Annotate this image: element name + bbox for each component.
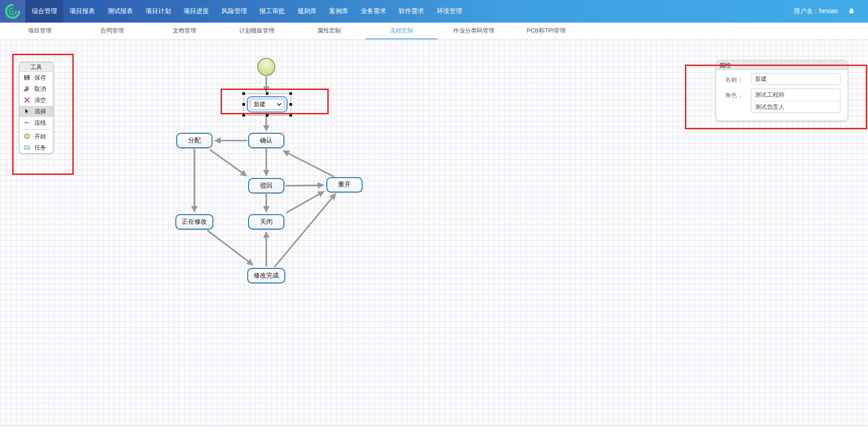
properties-panel: 属性 名称： 角色： 测试工程师 测试负责人 [716, 60, 848, 121]
workflow-edge [208, 230, 253, 265]
node-label: 驳回 [260, 182, 273, 190]
workflow-node[interactable]: 确认 [248, 133, 284, 148]
workflow-canvas[interactable]: 新建 确认 分配 驳回 重开 正在修改 关闭 修改完成 工具 保存 取消 [0, 40, 868, 426]
tab[interactable]: 文档管理 [148, 23, 221, 39]
nav-item[interactable]: 报工审批 [253, 0, 291, 23]
workflow-edge [286, 192, 324, 213]
start-node-icon [24, 133, 30, 140]
nav-item[interactable]: 测试报表 [101, 0, 139, 23]
role-item[interactable]: 测试工程师 [751, 89, 840, 101]
node-state-dropdown[interactable]: 新建 [250, 99, 284, 110]
workflow-start-node[interactable] [257, 58, 275, 76]
workflow-edge [210, 150, 246, 176]
top-navbar: 综合管理 项目报表 测试报表 项目计划 项目进度 风险管理 报工审批 规则库 案… [0, 0, 868, 23]
selection-handle[interactable] [266, 114, 269, 117]
tool-label: 清空 [34, 96, 46, 104]
selection-handle[interactable] [289, 114, 292, 117]
selection-handle[interactable] [289, 92, 292, 95]
app-logo[interactable] [0, 0, 25, 23]
username-label: 用户名：hexiao [794, 7, 838, 15]
tool-clear[interactable]: 清空 [19, 94, 53, 106]
tab-active[interactable]: 流程定制 [365, 23, 438, 39]
selection-handle[interactable] [242, 103, 245, 106]
tab[interactable]: 属性定制 [293, 23, 365, 39]
workflow-edge [274, 194, 335, 267]
tool-palette-title: 工具 [19, 62, 53, 72]
clear-icon [24, 97, 30, 103]
selection-handle[interactable] [266, 92, 269, 95]
chevron-down-icon [277, 101, 282, 106]
workflow-edge [283, 151, 334, 177]
selection-handle[interactable] [242, 114, 245, 117]
bell-icon[interactable] [848, 8, 855, 15]
dropdown-value: 新建 [254, 100, 265, 108]
role-label: 角色： [725, 91, 750, 99]
tool-label: 保存 [34, 74, 46, 82]
nav-item[interactable]: 案例库 [323, 0, 354, 23]
tab[interactable]: 合同管理 [76, 23, 148, 39]
nav-item[interactable]: 项目进度 [177, 0, 215, 23]
nav-item[interactable]: 业务需求 [354, 0, 392, 23]
main-menu: 综合管理 项目报表 测试报表 项目计划 项目进度 风险管理 报工审批 规则库 案… [25, 0, 468, 23]
task-node-icon [24, 144, 30, 151]
nav-item[interactable]: 项目报表 [63, 0, 101, 23]
node-label: 确认 [260, 136, 273, 145]
name-input[interactable] [751, 73, 840, 85]
tool-separator [21, 129, 51, 130]
node-label: 修改完成 [254, 272, 279, 280]
tool-task[interactable]: 任务 [19, 142, 53, 153]
node-label: 正在修改 [182, 218, 207, 226]
tab[interactable]: PCB和TPI管理 [510, 23, 582, 39]
nav-item[interactable]: 风险管理 [215, 0, 253, 23]
save-icon [24, 74, 30, 81]
tool-cancel[interactable]: 取消 [19, 83, 53, 94]
tool-label: 取消 [34, 85, 46, 93]
tool-label: 选择 [34, 108, 46, 116]
tool-start[interactable]: 开始 [19, 131, 53, 142]
workflow-node[interactable]: 正在修改 [175, 214, 213, 230]
nav-item[interactable]: 环境管理 [430, 0, 468, 23]
connect-line-icon [24, 119, 30, 126]
selected-node-group: 新建 [247, 96, 288, 113]
workflow-node[interactable]: 关闭 [248, 214, 284, 230]
cancel-icon [24, 85, 30, 92]
workflow-node[interactable]: 分配 [176, 133, 212, 148]
tool-label: 任务 [34, 144, 46, 152]
name-label: 名称： [725, 76, 750, 84]
node-label: 重开 [338, 181, 351, 189]
selection-handle[interactable] [242, 92, 245, 95]
tool-connect[interactable]: 连线 [19, 117, 53, 128]
node-label: 分配 [188, 136, 201, 145]
properties-title: 属性 [716, 61, 848, 70]
selection-handle[interactable] [289, 103, 292, 106]
nav-item[interactable]: 软件需求 [392, 0, 430, 23]
tab[interactable]: 作业分类码管理 [438, 23, 510, 39]
role-list: 测试工程师 测试负责人 [751, 89, 840, 113]
workflow-node[interactable]: 修改完成 [247, 268, 285, 283]
tab[interactable]: 计划模版管理 [221, 23, 293, 39]
tab[interactable]: 项目管理 [4, 23, 76, 39]
tool-select[interactable]: 选择 [19, 106, 53, 117]
tool-palette: 工具 保存 取消 清空 选 [19, 62, 53, 154]
tool-label: 开始 [34, 132, 46, 141]
nav-item[interactable]: 规则库 [291, 0, 323, 23]
workflow-node[interactable]: 重开 [326, 177, 363, 193]
logo-swirl-icon [4, 3, 21, 20]
nav-item[interactable]: 综合管理 [25, 0, 63, 23]
tool-label: 连线 [34, 119, 46, 127]
workflow-node-new[interactable]: 新建 [247, 96, 288, 113]
workflow-node[interactable]: 驳回 [248, 178, 284, 193]
nav-item[interactable]: 项目计划 [139, 0, 177, 23]
tool-save[interactable]: 保存 [19, 72, 53, 83]
select-cursor-icon [24, 108, 30, 115]
role-item[interactable]: 测试负责人 [751, 101, 840, 113]
node-label: 关闭 [260, 218, 273, 226]
workflow-edge [285, 185, 323, 186]
sub-tabbar: 项目管理 合同管理 文档管理 计划模版管理 属性定制 流程定制 作业分类码管理 … [0, 23, 868, 40]
